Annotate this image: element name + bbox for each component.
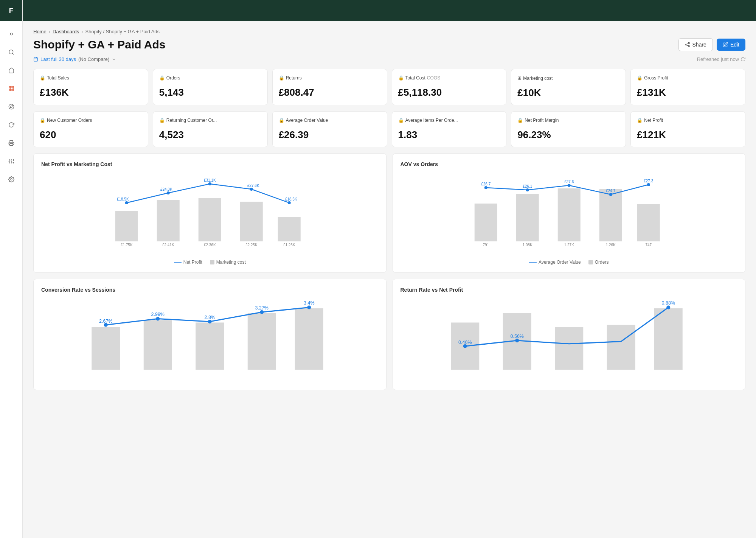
sidebar-nav (0, 21, 22, 188)
date-filter[interactable]: Last full 30 days (No Compare) (33, 56, 116, 62)
svg-point-19 (11, 179, 12, 180)
edit-label: Edit (730, 42, 739, 48)
kpi-returns-value: £808.47 (279, 87, 381, 98)
sidebar-printer-icon[interactable] (3, 135, 20, 151)
breadcrumb-sep1: › (49, 29, 50, 34)
kpi-icon: 🔒 (279, 75, 284, 81)
chart2-line-label-4: £24.7 (606, 189, 615, 193)
legend-orders: Orders (588, 260, 609, 265)
chart2-bar-label-1: 791 (483, 243, 489, 247)
chart2-dot-2 (526, 188, 529, 191)
kpi-grid-row1: 🔒 Total Sales £136K 🔒 Orders 5,143 🔒 Ret… (33, 69, 745, 105)
kpi-total-cost: 🔒 Total Cost COGS £5,118.30 (392, 69, 507, 105)
sidebar-settings-icon[interactable] (3, 171, 20, 188)
header-actions: Share Edit (678, 38, 745, 51)
chart1-dot-1 (125, 201, 128, 204)
legend-net-profit: Net Profit (174, 260, 202, 265)
kpi-orders-value: 5,143 (159, 87, 261, 98)
breadcrumb-home[interactable]: Home (33, 29, 47, 34)
svg-point-20 (688, 42, 689, 44)
chart1-bar-5 (278, 217, 301, 241)
chart-conversion-sessions: Conversion Rate vs Sessions (33, 279, 387, 390)
kpi-icon: 🔒 (40, 118, 45, 123)
kpi-total-sales-label: 🔒 Total Sales (40, 75, 142, 81)
legend-net-profit-label: Net Profit (183, 260, 202, 265)
legend-aov-line-icon (529, 262, 537, 263)
sidebar-compass-icon[interactable] (3, 98, 20, 115)
chart3-bar-4 (248, 313, 276, 370)
chart1-line-label-1: £18.5K (117, 197, 129, 201)
svg-marker-8 (10, 106, 12, 108)
sidebar-expand-icon[interactable] (3, 26, 20, 42)
chart3-dot-4 (260, 310, 264, 314)
sidebar-sliders-icon[interactable] (3, 153, 20, 169)
kpi-total-cost-value: £5,118.30 (398, 87, 500, 98)
sidebar-chart-icon[interactable] (3, 80, 20, 97)
chart4-dot-5 (666, 306, 670, 309)
svg-line-23 (687, 45, 688, 46)
chart3-label-5: 3.4% (304, 300, 315, 306)
chart1-dot-5 (288, 201, 291, 204)
sidebar-search-icon[interactable] (3, 44, 20, 61)
chart1-bar-3 (199, 198, 221, 241)
chart3-bar-3 (196, 323, 224, 370)
svg-point-7 (9, 104, 14, 109)
kpi-new-orders-value: 620 (40, 129, 142, 141)
app-logo: F (9, 6, 13, 15)
kpi-returns-label: 🔒 Returns (279, 75, 381, 81)
breadcrumb-dashboards[interactable]: Dashboards (53, 29, 79, 34)
kpi-returning-orders: 🔒 Returning Customer Or... 4,523 (153, 111, 268, 147)
chart4-dot-2 (515, 339, 519, 342)
svg-rect-9 (10, 143, 13, 145)
chart2-dot-4 (609, 193, 612, 196)
chart1-svg: £18.5K £24.8K £31.1K £27.6K £18.5K £1.75… (41, 173, 379, 249)
chart1-bar-label-4: £2.25K (245, 243, 258, 247)
main-content: Home › Dashboards › Shopify / Shopify + … (23, 0, 756, 538)
svg-point-0 (9, 50, 13, 54)
chart3-bar-1 (92, 327, 120, 370)
share-button[interactable]: Share (678, 38, 713, 51)
chart1-line-label-3: £31.1K (204, 178, 216, 182)
kpi-gross-profit-label: 🔒 Gross Profit (637, 75, 739, 81)
content-area: Home › Dashboards › Shopify / Shopify + … (23, 21, 756, 538)
kpi-icon: 🔒 (40, 75, 45, 81)
kpi-returning-label: 🔒 Returning Customer Or... (159, 118, 261, 123)
topbar (23, 0, 756, 21)
chart4-bar-4 (607, 325, 635, 370)
kpi-icon: 🔒 (279, 118, 284, 123)
kpi-returning-value: 4,523 (159, 129, 261, 141)
chart2-line-label-5: £27.3 (644, 179, 653, 183)
svg-line-1 (12, 53, 14, 54)
kpi-icon: 🔒 (398, 118, 404, 123)
sidebar: F (0, 0, 23, 538)
sidebar-home-icon[interactable] (3, 62, 20, 79)
sidebar-refresh-icon[interactable] (3, 117, 20, 133)
edit-button[interactable]: Edit (717, 39, 745, 51)
chart4-bar-3 (555, 327, 583, 370)
chart1-line-label-4: £27.6K (247, 183, 259, 188)
chart2-area: £26.7 £26.1 £27.6 £24.7 £27.3 791 1.08K … (401, 173, 738, 257)
svg-point-22 (688, 45, 689, 47)
chart2-title: AOV vs Orders (401, 161, 738, 167)
breadcrumb: Home › Dashboards › Shopify / Shopify + … (33, 29, 745, 34)
chart1-line-label-5: £18.5K (285, 197, 297, 201)
svg-point-21 (685, 44, 687, 45)
chart3-title: Conversion Rate vs Sessions (41, 287, 379, 293)
kpi-returns: 🔒 Returns £808.47 (272, 69, 387, 105)
chart-net-profit-marketing: Net Profit vs Marketing Cost (33, 153, 387, 273)
chart4-area: 0.46% 0.56% 0.88% (401, 299, 738, 382)
kpi-total-cost-label: 🔒 Total Cost COGS (398, 75, 500, 81)
chart2-dot-5 (647, 183, 650, 186)
chart3-label-1: 2.67% (99, 319, 112, 324)
kpi-avg-items-label: 🔒 Average Items Per Orde... (398, 118, 500, 123)
sidebar-header: F (0, 0, 22, 21)
chart3-label-2: 2.99% (151, 312, 165, 317)
chart2-dot-1 (484, 186, 487, 189)
legend-orders-label: Orders (595, 260, 609, 265)
kpi-orders-label: 🔒 Orders (159, 75, 261, 81)
chart1-title: Net Profit vs Marketing Cost (41, 161, 379, 167)
chart1-dot-4 (250, 188, 253, 191)
breadcrumb-sep2: › (81, 29, 83, 34)
chart4-bar-5 (654, 308, 682, 370)
kpi-icon: 🔒 (159, 118, 165, 123)
